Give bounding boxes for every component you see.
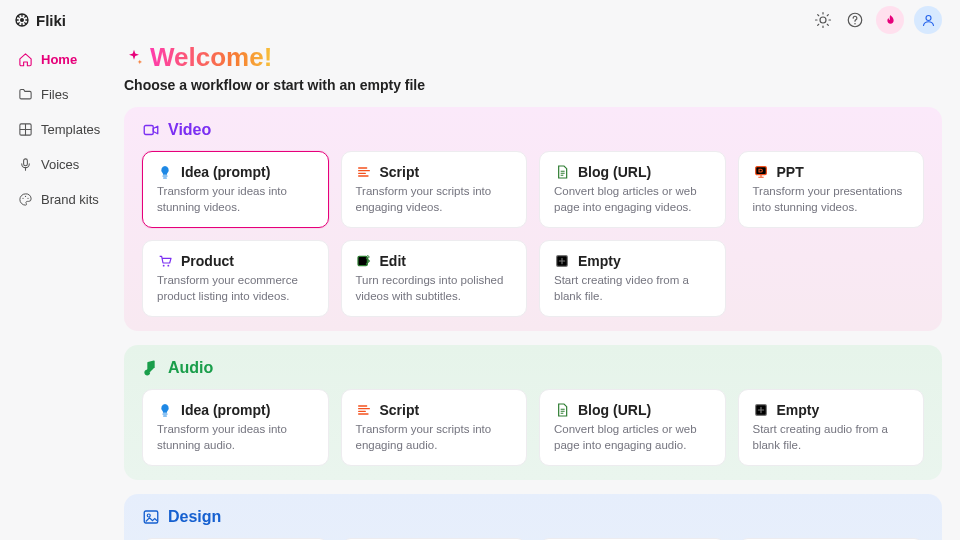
script-icon: [356, 164, 372, 180]
svg-rect-7: [24, 159, 28, 166]
svg-point-5: [926, 15, 931, 20]
card-video-empty[interactable]: Empty Start creating video from a blank …: [539, 240, 726, 317]
sidebar-item-label: Voices: [41, 157, 79, 172]
card-audio-idea[interactable]: Idea (prompt) Transform your ideas into …: [142, 389, 329, 466]
card-title: Blog (URL): [578, 164, 651, 180]
svg-point-14: [167, 265, 169, 267]
card-audio-blog[interactable]: Blog (URL) Convert blog articles or web …: [539, 389, 726, 466]
music-icon: [142, 359, 160, 377]
card-title: Script: [380, 164, 420, 180]
svg-point-9: [25, 196, 26, 197]
svg-point-19: [147, 514, 150, 517]
sidebar-item-label: Templates: [41, 122, 100, 137]
card-title: Empty: [578, 253, 621, 269]
ppt-icon: [753, 164, 769, 180]
card-desc: Convert blog articles or web page into e…: [554, 422, 711, 453]
card-title: PPT: [777, 164, 804, 180]
section-audio: Audio Idea (prompt) Transform your ideas…: [124, 345, 942, 480]
lightbulb-icon: [157, 164, 173, 180]
script-icon: [356, 402, 372, 418]
lightbulb-icon: [157, 402, 173, 418]
card-title: Idea (prompt): [181, 164, 270, 180]
card-desc: Start creating video from a blank file.: [554, 273, 711, 304]
card-title: Empty: [777, 402, 820, 418]
document-icon: [554, 402, 570, 418]
card-title: Idea (prompt): [181, 402, 270, 418]
card-title: Blog (URL): [578, 402, 651, 418]
svg-point-4: [854, 23, 856, 25]
sidebar-item-voices[interactable]: Voices: [12, 151, 110, 178]
templates-icon: [18, 122, 33, 137]
card-video-edit[interactable]: Edit Turn recordings into polished video…: [341, 240, 528, 317]
image-icon: [142, 508, 160, 526]
card-title: Edit: [380, 253, 406, 269]
card-video-product[interactable]: Product Transform your ecommerce product…: [142, 240, 329, 317]
video-icon: [142, 121, 160, 139]
card-desc: Transform your ecommerce product listing…: [157, 273, 314, 304]
sidebar-item-label: Home: [41, 52, 77, 67]
page-subtitle: Choose a workflow or start with an empty…: [124, 77, 942, 93]
card-desc: Turn recordings into polished videos wit…: [356, 273, 513, 304]
page-title: Welcome!: [150, 42, 272, 73]
notification-button[interactable]: [876, 6, 904, 34]
palette-icon: [18, 192, 33, 207]
title-row: Welcome!: [124, 42, 942, 73]
sidebar-item-label: Brand kits: [41, 192, 99, 207]
card-audio-empty[interactable]: Empty Start creating audio from a blank …: [738, 389, 925, 466]
header: Fliki: [0, 0, 960, 38]
card-desc: Transform your scripts into engaging aud…: [356, 422, 513, 453]
brand-name: Fliki: [36, 12, 66, 29]
document-icon: [554, 164, 570, 180]
header-actions: [812, 6, 942, 34]
edit-icon: [356, 253, 372, 269]
sidebar-item-label: Files: [41, 87, 68, 102]
card-desc: Transform your ideas into stunning audio…: [157, 422, 314, 453]
theme-toggle-icon[interactable]: [812, 9, 834, 31]
card-audio-script[interactable]: Script Transform your scripts into engag…: [341, 389, 528, 466]
card-desc: Transform your scripts into engaging vid…: [356, 184, 513, 215]
card-video-idea[interactable]: Idea (prompt) Transform your ideas into …: [142, 151, 329, 228]
section-design-head: Design: [142, 508, 924, 526]
card-desc: Convert blog articles or web page into e…: [554, 184, 711, 215]
section-audio-title: Audio: [168, 359, 213, 377]
sidebar-item-files[interactable]: Files: [12, 81, 110, 108]
plus-square-icon: [554, 253, 570, 269]
home-icon: [18, 52, 33, 67]
card-desc: Start creating audio from a blank file.: [753, 422, 910, 453]
svg-point-1: [20, 18, 24, 22]
sidebar: Home Files Templates Voices: [0, 38, 118, 540]
main: Welcome! Choose a workflow or start with…: [118, 38, 960, 540]
section-audio-head: Audio: [142, 359, 924, 377]
sidebar-item-brand-kits[interactable]: Brand kits: [12, 186, 110, 213]
svg-point-8: [22, 198, 23, 199]
account-avatar[interactable]: [914, 6, 942, 34]
svg-point-10: [27, 198, 28, 199]
card-title: Script: [380, 402, 420, 418]
mic-icon: [18, 157, 33, 172]
sparkle-icon: [124, 48, 144, 68]
cart-icon: [157, 253, 173, 269]
card-video-ppt[interactable]: PPT Transform your presentations into st…: [738, 151, 925, 228]
card-desc: Transform your presentations into stunni…: [753, 184, 910, 215]
section-design-title: Design: [168, 508, 221, 526]
section-design: Design Thumbnail Social: [124, 494, 942, 540]
sidebar-item-home[interactable]: Home: [12, 46, 110, 73]
card-desc: Transform your ideas into stunning video…: [157, 184, 314, 215]
logo-icon: [14, 12, 30, 28]
folder-icon: [18, 87, 33, 102]
svg-point-2: [820, 17, 826, 23]
svg-rect-11: [144, 126, 153, 135]
svg-point-13: [163, 265, 165, 267]
section-video-head: Video: [142, 121, 924, 139]
card-title: Product: [181, 253, 234, 269]
plus-square-icon: [753, 402, 769, 418]
brand[interactable]: Fliki: [14, 12, 66, 29]
section-video: Video Idea (prompt) Transform your ideas…: [124, 107, 942, 331]
card-video-blog[interactable]: Blog (URL) Convert blog articles or web …: [539, 151, 726, 228]
section-video-title: Video: [168, 121, 211, 139]
sidebar-item-templates[interactable]: Templates: [12, 116, 110, 143]
help-icon[interactable]: [844, 9, 866, 31]
card-video-script[interactable]: Script Transform your scripts into engag…: [341, 151, 528, 228]
